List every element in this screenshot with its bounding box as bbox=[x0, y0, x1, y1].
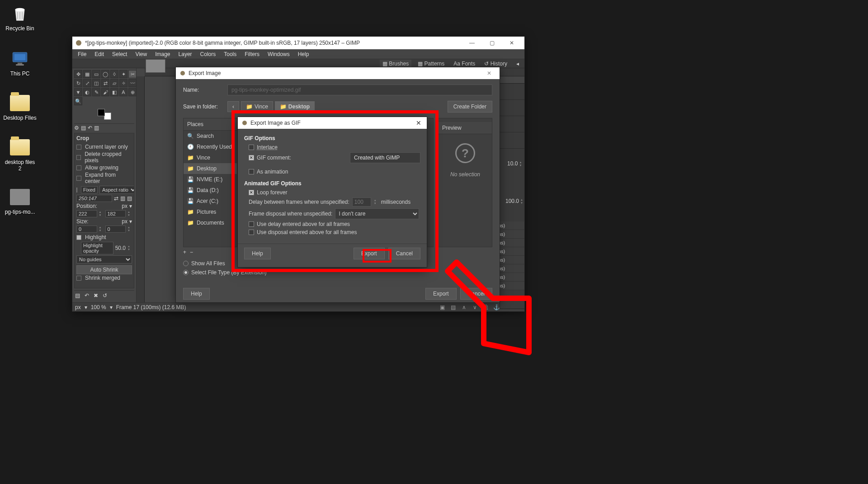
pos-y[interactable]: 182 bbox=[105, 210, 126, 217]
tool-crop[interactable]: ✂ bbox=[128, 70, 137, 78]
opt-use-disposal-all[interactable]: Use disposal entered above for all frame… bbox=[244, 228, 420, 236]
create-folder-button[interactable]: Create Folder bbox=[448, 101, 492, 113]
tool-fuzzy-select[interactable]: ✦ bbox=[119, 70, 127, 78]
tab-undo[interactable]: ↶ bbox=[88, 125, 92, 131]
opt-as-animation[interactable]: As animation bbox=[244, 168, 420, 176]
status-unit[interactable]: px bbox=[75, 304, 81, 310]
tool-ellipse-select[interactable]: ◯ bbox=[101, 70, 109, 78]
gif-comment-input[interactable]: Created with GIMP bbox=[350, 152, 420, 163]
gif-cancel-button[interactable]: Cancel bbox=[388, 248, 420, 259]
sb-up-icon[interactable]: ∧ bbox=[460, 304, 467, 311]
delay-input[interactable]: 100 bbox=[352, 197, 371, 207]
export-titlebar[interactable]: Export Image ✕ bbox=[176, 67, 500, 79]
tab-device[interactable]: ▤ bbox=[81, 125, 86, 131]
desktop-folder-1[interactable]: Desktop FIles bbox=[3, 93, 37, 121]
desktop-this-pc[interactable]: This PC bbox=[3, 49, 37, 77]
gif-help-button[interactable]: Help bbox=[244, 248, 271, 259]
size-x[interactable]: 0 bbox=[76, 226, 97, 233]
menu-edit[interactable]: Edit bbox=[91, 50, 108, 58]
sb-save-icon[interactable]: ▣ bbox=[439, 304, 446, 311]
opacity-value[interactable]: 100.0 bbox=[505, 198, 525, 205]
size-y[interactable]: 0 bbox=[105, 226, 126, 233]
tool-flip[interactable]: ⇄ bbox=[101, 79, 109, 87]
menu-colors[interactable]: Colors bbox=[197, 50, 220, 58]
sb-down-icon[interactable]: ∨ bbox=[471, 304, 478, 311]
delete-options-icon[interactable]: ✖ bbox=[94, 292, 98, 299]
close-button[interactable]: ✕ bbox=[502, 37, 522, 49]
tool-eraser[interactable]: ◧ bbox=[110, 88, 118, 96]
menu-view[interactable]: View bbox=[132, 50, 151, 58]
tool-warp[interactable]: 〰 bbox=[128, 79, 137, 87]
crumb-back[interactable]: ‹ bbox=[227, 101, 239, 112]
spacing-value[interactable]: 10.0 bbox=[507, 160, 524, 167]
opt-loop-forever[interactable]: ✕Loop forever bbox=[244, 188, 420, 197]
gif-close-button[interactable]: ✕ bbox=[414, 119, 423, 127]
sb-dup-icon[interactable]: ⿻ bbox=[482, 304, 489, 311]
tool-align[interactable]: ▦ bbox=[83, 70, 91, 78]
tool-shear[interactable]: ◫ bbox=[92, 79, 100, 87]
opt-use-delay-all[interactable]: Use delay entered above for all frames bbox=[244, 220, 420, 228]
place-recent[interactable]: 🕘 Recently Used bbox=[184, 141, 237, 152]
maximize-button[interactable]: ▢ bbox=[482, 37, 502, 49]
tab-history[interactable]: ↺ History bbox=[481, 60, 510, 68]
sb-folder-icon[interactable]: ▤ bbox=[449, 304, 457, 311]
tool-pencil[interactable]: ✎ bbox=[92, 88, 100, 96]
place-search[interactable]: 🔍 Search bbox=[184, 131, 237, 141]
name-input[interactable]: pg-tips-monkey-optimized.gif bbox=[227, 85, 492, 95]
tool-free-select[interactable]: ◊ bbox=[110, 70, 118, 78]
tool-clone[interactable]: ⊕ bbox=[128, 88, 137, 96]
tab-fonts[interactable]: Aa Fonts bbox=[451, 60, 478, 68]
desktop-folder-2[interactable]: desktop files 2 bbox=[3, 137, 37, 172]
crumb-desktop[interactable]: 📁 Desktop bbox=[275, 101, 315, 112]
add-place-button[interactable]: + bbox=[183, 249, 186, 255]
save-options-icon[interactable]: ▤ bbox=[75, 292, 80, 299]
opt-highlight[interactable]: Highlight bbox=[76, 234, 132, 241]
tool-text[interactable]: A bbox=[119, 88, 127, 96]
export-cancel-button[interactable]: Cancel bbox=[460, 288, 492, 300]
tool-scale[interactable]: ⤢ bbox=[83, 79, 91, 87]
tab-images[interactable]: ▥ bbox=[94, 125, 99, 131]
opt-fixed-row[interactable]: Fixed Aspect ratio bbox=[76, 186, 132, 194]
opt-current-layer[interactable]: Current layer only bbox=[76, 143, 132, 150]
ratio-field[interactable]: 250:147 bbox=[76, 195, 112, 202]
tool-rotate[interactable]: ↻ bbox=[74, 79, 82, 87]
remove-place-button[interactable]: − bbox=[190, 249, 193, 255]
export-close-button[interactable]: ✕ bbox=[482, 70, 496, 76]
crumb-vince[interactable]: 📁 Vince bbox=[241, 101, 273, 112]
desktop-recycle-bin[interactable]: Recycle Bin bbox=[3, 4, 37, 32]
place-documents[interactable]: 📁 Documents bbox=[184, 217, 237, 228]
titlebar[interactable]: *[pg-tips-monkey] (imported)-2.0 (RGB co… bbox=[72, 37, 524, 49]
menu-windows[interactable]: Windows bbox=[264, 50, 293, 58]
desktop-thumbnail[interactable]: pg-tips-mo... bbox=[3, 187, 37, 215]
export-help-button[interactable]: Help bbox=[183, 288, 210, 300]
tool-rect-select[interactable]: ▭ bbox=[92, 70, 100, 78]
menu-filters[interactable]: Filters bbox=[241, 50, 263, 58]
tab-patterns[interactable]: ▦ Patterns bbox=[415, 60, 447, 68]
aspect-select[interactable]: Aspect ratio bbox=[99, 186, 134, 194]
tab-brushes[interactable]: ▦ Brushes bbox=[380, 60, 411, 68]
restore-options-icon[interactable]: ↶ bbox=[85, 292, 89, 299]
opt-gif-comment[interactable]: ✕GIF comment: Created with GIMP bbox=[244, 151, 420, 164]
tool-bucket[interactable]: ▼ bbox=[74, 88, 82, 96]
place-nvme[interactable]: 💾 NVME (E:) bbox=[184, 174, 237, 185]
tool-zoom[interactable]: 🔍 bbox=[74, 97, 82, 105]
menu-tools[interactable]: Tools bbox=[220, 50, 240, 58]
gif-titlebar[interactable]: Export Image as GIF ✕ bbox=[238, 117, 427, 129]
tool-unified[interactable]: ✧ bbox=[119, 79, 127, 87]
minimize-button[interactable]: — bbox=[462, 37, 482, 49]
menu-help[interactable]: Help bbox=[294, 50, 313, 58]
fg-bg-colors[interactable] bbox=[98, 109, 111, 120]
tool-perspective[interactable]: ▱ bbox=[110, 79, 118, 87]
auto-shrink-button[interactable]: Auto Shrink bbox=[76, 265, 132, 274]
place-vince[interactable]: 📁 Vince bbox=[184, 152, 237, 163]
opt-allow-growing[interactable]: Allow growing bbox=[76, 164, 132, 171]
opt-delete-cropped[interactable]: Delete cropped pixels bbox=[76, 150, 132, 164]
opt-interlace[interactable]: Interlace bbox=[244, 143, 420, 151]
menu-file[interactable]: File bbox=[74, 50, 90, 58]
place-data[interactable]: 💾 Data (D:) bbox=[184, 185, 237, 196]
opt-expand-center[interactable]: Expand from center bbox=[76, 171, 132, 185]
sb-anchor-icon[interactable]: ⚓ bbox=[493, 304, 500, 311]
place-pictures[interactable]: 📁 Pictures bbox=[184, 207, 237, 217]
place-acer[interactable]: 💾 Acer (C:) bbox=[184, 196, 237, 207]
tool-gradient[interactable]: ◐ bbox=[83, 88, 91, 96]
